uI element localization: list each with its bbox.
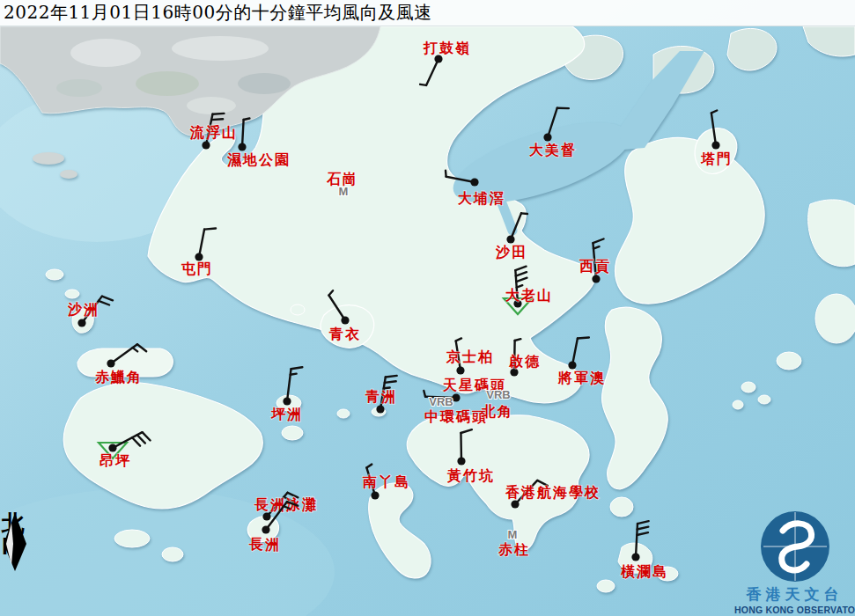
landmass-airport	[77, 348, 173, 377]
hko-logo-english: HONG KONG OBSERVATORY	[734, 605, 855, 615]
hko-logo-chinese: 香港天文台	[734, 584, 855, 605]
wind-map: 打鼓嶺流浮山濕地公園M石崗大美督塔門大埔滘沙田西貢大老山屯門沙洲赤鱲角青衣昂坪坪…	[0, 0, 855, 616]
north-arrow-icon	[2, 512, 28, 572]
map-title: 2022年11月01日16時00分的十分鐘平均風向及風速	[0, 0, 855, 26]
hko-logo-icon	[760, 510, 830, 583]
hko-logo: 香港天文台 HONG KONG OBSERVATORY	[734, 510, 855, 615]
title-bar: 2022年11月01日16時00分的十分鐘平均風向及風速	[0, 0, 855, 26]
north-compass: 北 N	[2, 512, 33, 557]
base-map	[0, 0, 855, 616]
